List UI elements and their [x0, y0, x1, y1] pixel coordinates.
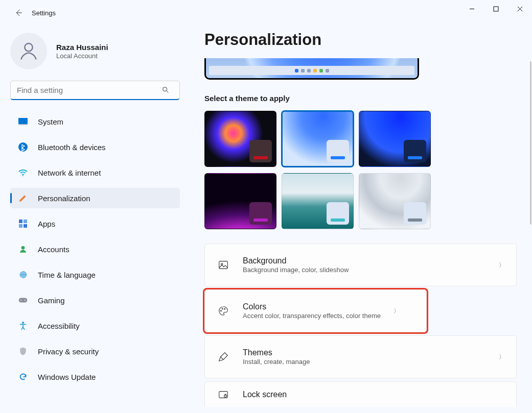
accounts-icon: [17, 244, 29, 255]
windows-update-icon: [17, 371, 29, 382]
bluetooth-icon: [17, 141, 29, 153]
theme-option-dark-bloom[interactable]: [204, 111, 276, 167]
sidebar-item-personalization[interactable]: Personalization: [10, 188, 180, 208]
svg-rect-13: [19, 224, 22, 228]
svg-rect-17: [19, 298, 28, 303]
sidebar-item-label: Gaming: [38, 296, 65, 305]
chevron-right-icon: 〉: [394, 307, 400, 315]
network-icon: [17, 167, 29, 178]
row-subtitle: Background image, color, slideshow: [243, 266, 349, 274]
theme-option-windows-dark[interactable]: [359, 111, 431, 167]
sidebar-item-accounts[interactable]: Accounts: [10, 239, 180, 259]
picture-icon: [216, 258, 230, 272]
svg-point-24: [222, 308, 223, 309]
svg-point-18: [20, 300, 21, 301]
svg-point-20: [22, 322, 24, 324]
profile-subtitle: Local Account: [56, 52, 108, 60]
sidebar-item-label: System: [38, 117, 63, 126]
settings-row-themes[interactable]: Themes Install, create, manage 〉: [204, 335, 517, 378]
page-title: Personalization: [204, 31, 517, 49]
sidebar-item-label: Windows Update: [38, 373, 96, 381]
theme-option-sunrise[interactable]: [282, 173, 354, 229]
brush-icon: [216, 350, 230, 364]
sidebar-item-privacy[interactable]: Privacy & security: [10, 341, 180, 361]
system-icon: [17, 116, 29, 127]
row-title: Lock screen: [243, 390, 287, 399]
sidebar-item-time-language[interactable]: Time & language: [10, 264, 180, 285]
svg-rect-14: [24, 224, 27, 228]
back-button[interactable]: [9, 4, 28, 22]
svg-rect-12: [24, 220, 27, 223]
svg-rect-11: [19, 220, 22, 223]
row-subtitle: Install, create, manage: [243, 358, 310, 366]
privacy-icon: [17, 346, 29, 357]
time-language-icon: [17, 269, 29, 280]
lock-screen-icon: [216, 387, 230, 402]
avatar: [10, 33, 47, 69]
svg-point-15: [21, 246, 25, 250]
sidebar-item-update[interactable]: Windows Update: [10, 367, 180, 387]
svg-point-19: [25, 300, 26, 301]
minimize-button[interactable]: [460, 0, 484, 17]
scrollbar[interactable]: [530, 61, 531, 225]
svg-rect-21: [219, 261, 228, 269]
svg-point-10: [22, 175, 24, 176]
sidebar-item-gaming[interactable]: Gaming: [10, 290, 180, 310]
sidebar-item-label: Privacy & security: [38, 347, 99, 356]
sidebar-item-label: Network & internet: [38, 168, 101, 177]
svg-rect-7: [18, 118, 28, 124]
search-input[interactable]: [10, 81, 180, 100]
profile-name: Raza Hussaini: [56, 43, 108, 52]
sidebar-item-label: Time & language: [38, 271, 96, 279]
theme-option-glow[interactable]: [204, 173, 276, 229]
palette-icon: [216, 304, 230, 318]
sidebar-item-label: Apps: [38, 220, 55, 228]
svg-point-25: [224, 308, 225, 309]
row-subtitle: Accent color, transparency effects, colo…: [243, 312, 381, 320]
profile-block[interactable]: Raza Hussaini Local Account: [10, 33, 180, 69]
theme-option-windows-light[interactable]: [282, 111, 354, 167]
personalization-icon: [17, 192, 29, 204]
svg-point-23: [221, 310, 222, 311]
apps-icon: [17, 218, 29, 229]
row-title: Background: [243, 256, 349, 265]
sidebar-item-label: Accessibility: [38, 322, 80, 330]
sidebar-item-label: Personalization: [38, 194, 90, 203]
row-title: Themes: [243, 348, 310, 357]
accessibility-icon: [17, 320, 29, 331]
settings-row-lockscreen[interactable]: Lock screen: [204, 381, 517, 407]
sidebar-item-network[interactable]: Network & internet: [10, 162, 180, 183]
settings-row-colors[interactable]: Colors Accent color, transparency effect…: [204, 289, 427, 332]
sidebar-item-label: Accounts: [38, 245, 70, 254]
sidebar-item-system[interactable]: System: [10, 111, 180, 132]
close-button[interactable]: [508, 0, 532, 17]
settings-row-background[interactable]: Background Background image, color, slid…: [204, 244, 517, 286]
row-title: Colors: [243, 302, 381, 311]
sidebar-item-bluetooth[interactable]: Bluetooth & devices: [10, 137, 180, 157]
sidebar-item-apps[interactable]: Apps: [10, 213, 180, 234]
sidebar-item-accessibility[interactable]: Accessibility: [10, 315, 180, 336]
chevron-right-icon: 〉: [499, 353, 505, 361]
svg-rect-27: [224, 395, 227, 397]
sidebar-item-label: Bluetooth & devices: [38, 143, 106, 152]
svg-rect-8: [18, 124, 28, 125]
desktop-preview: [204, 58, 419, 80]
app-title: Settings: [32, 9, 56, 17]
maximize-button[interactable]: [484, 0, 508, 17]
gaming-icon: [17, 295, 29, 306]
theme-option-flow[interactable]: [359, 173, 431, 229]
svg-rect-1: [494, 7, 498, 11]
svg-point-4: [25, 43, 32, 51]
theme-section-header: Select a theme to apply: [204, 94, 517, 103]
chevron-right-icon: 〉: [499, 261, 505, 270]
